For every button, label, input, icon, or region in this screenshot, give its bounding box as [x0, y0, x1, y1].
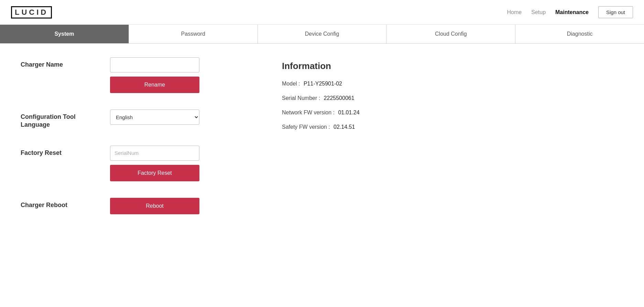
charger-name-controls: Rename: [110, 57, 254, 93]
info-network-fw-label: Network FW version :: [282, 110, 335, 115]
logo: LUCID: [11, 6, 52, 19]
sign-out-button[interactable]: Sign out: [598, 6, 633, 18]
serial-num-input[interactable]: [110, 146, 199, 161]
info-network-fw: Network FW version : 01.01.24: [282, 109, 623, 117]
info-model-label: Model :: [282, 81, 300, 87]
factory-reset-row: Factory Reset Factory Reset: [21, 146, 254, 181]
tab-diagnostic[interactable]: Diagnostic: [515, 25, 644, 43]
config-language-controls: English French Spanish German: [110, 110, 254, 125]
info-network-fw-value: 01.01.24: [338, 110, 359, 115]
info-panel: Information Model : P11-Y25901-02 Serial…: [282, 57, 623, 231]
info-safety-fw-label: Safety FW version :: [282, 124, 330, 130]
info-model-value: P11-Y25901-02: [304, 81, 342, 87]
tabs-bar: System Password Device Config Cloud Conf…: [0, 25, 644, 44]
info-serial-value: 2225500061: [324, 95, 354, 101]
charger-reboot-controls: Reboot: [110, 198, 254, 214]
nav: Home Setup Maintenance Sign out: [507, 6, 633, 18]
info-title: Information: [282, 61, 623, 71]
charger-reboot-row: Charger Reboot Reboot: [21, 198, 254, 214]
info-serial-label: Serial Number :: [282, 95, 320, 101]
config-language-row: Configuration Tool Language English Fren…: [21, 110, 254, 129]
config-language-label: Configuration Tool Language: [21, 110, 96, 129]
nav-setup[interactable]: Setup: [531, 9, 546, 15]
rename-button[interactable]: Rename: [110, 77, 199, 93]
charger-name-row: Charger Name Rename: [21, 57, 254, 93]
reboot-button[interactable]: Reboot: [110, 198, 199, 214]
charger-name-input[interactable]: [110, 57, 199, 72]
tab-password[interactable]: Password: [129, 25, 258, 43]
nav-home[interactable]: Home: [507, 9, 522, 15]
main-content: Charger Name Rename Configuration Tool L…: [0, 44, 644, 245]
tab-system[interactable]: System: [0, 25, 129, 43]
info-model: Model : P11-Y25901-02: [282, 80, 623, 88]
factory-reset-label: Factory Reset: [21, 146, 96, 157]
language-select[interactable]: English French Spanish German: [110, 110, 199, 125]
form-area: Charger Name Rename Configuration Tool L…: [21, 57, 254, 231]
charger-reboot-label: Charger Reboot: [21, 198, 96, 209]
nav-maintenance[interactable]: Maintenance: [555, 9, 589, 15]
factory-reset-button[interactable]: Factory Reset: [110, 165, 199, 181]
tab-device-config[interactable]: Device Config: [258, 25, 387, 43]
tab-cloud-config[interactable]: Cloud Config: [386, 25, 515, 43]
header: LUCID Home Setup Maintenance Sign out: [0, 0, 644, 25]
info-safety-fw: Safety FW version : 02.14.51: [282, 123, 623, 131]
info-safety-fw-value: 02.14.51: [334, 124, 355, 130]
charger-name-label: Charger Name: [21, 57, 96, 69]
info-serial: Serial Number : 2225500061: [282, 94, 623, 102]
factory-reset-controls: Factory Reset: [110, 146, 254, 181]
